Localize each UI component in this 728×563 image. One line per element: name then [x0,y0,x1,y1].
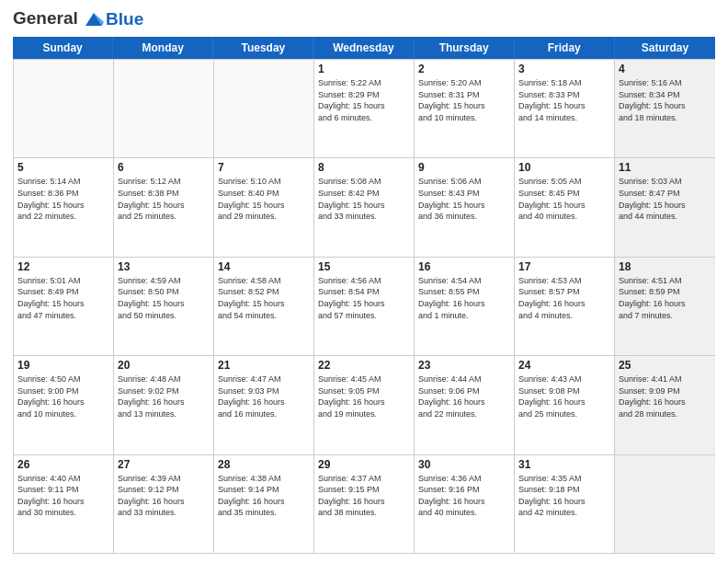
day-info: Sunrise: 4:54 AM Sunset: 8:55 PM Dayligh… [418,275,510,321]
day-info: Sunrise: 5:12 AM Sunset: 8:38 PM Dayligh… [118,176,210,222]
day-info: Sunrise: 4:36 AM Sunset: 9:16 PM Dayligh… [418,473,510,519]
cal-cell: 27Sunrise: 4:39 AM Sunset: 9:12 PM Dayli… [114,455,214,553]
day-info: Sunrise: 5:01 AM Sunset: 8:49 PM Dayligh… [17,275,109,321]
cal-cell: 26Sunrise: 4:40 AM Sunset: 9:11 PM Dayli… [14,455,114,553]
day-info: Sunrise: 4:40 AM Sunset: 9:11 PM Dayligh… [17,473,109,519]
day-info: Sunrise: 5:14 AM Sunset: 8:36 PM Dayligh… [17,176,109,222]
cal-cell: 10Sunrise: 5:05 AM Sunset: 8:45 PM Dayli… [515,158,615,256]
cal-cell: 19Sunrise: 4:50 AM Sunset: 9:00 PM Dayli… [14,356,114,454]
day-info: Sunrise: 4:39 AM Sunset: 9:12 PM Dayligh… [118,473,210,519]
cal-cell: 17Sunrise: 4:53 AM Sunset: 8:57 PM Dayli… [515,258,615,355]
cal-cell: 2Sunrise: 5:20 AM Sunset: 8:31 PM Daylig… [415,60,515,157]
week-row-2: 5Sunrise: 5:14 AM Sunset: 8:36 PM Daylig… [14,158,715,257]
day-number: 13 [118,260,210,273]
day-number: 28 [218,458,310,471]
cal-cell: 11Sunrise: 5:03 AM Sunset: 8:47 PM Dayli… [615,158,715,256]
cal-cell: 14Sunrise: 4:58 AM Sunset: 8:52 PM Dayli… [214,258,314,355]
day-info: Sunrise: 4:41 AM Sunset: 9:09 PM Dayligh… [619,373,711,419]
cal-cell: 8Sunrise: 5:08 AM Sunset: 8:42 PM Daylig… [314,158,415,256]
day-number: 2 [418,63,510,75]
day-info: Sunrise: 4:37 AM Sunset: 9:15 PM Dayligh… [318,473,410,519]
calendar-header: SundayMondayTuesdayWednesdayThursdayFrid… [13,37,715,59]
week-row-4: 19Sunrise: 4:50 AM Sunset: 9:00 PM Dayli… [14,356,715,454]
day-number: 26 [17,458,109,471]
day-number: 3 [518,63,610,75]
day-info: Sunrise: 5:03 AM Sunset: 8:47 PM Dayligh… [619,176,711,222]
header: General Blue [13,9,715,29]
day-number: 8 [318,161,410,174]
day-info: Sunrise: 4:48 AM Sunset: 9:02 PM Dayligh… [118,373,210,419]
day-number: 20 [118,359,210,372]
day-number: 7 [218,161,310,174]
day-number: 12 [17,260,109,273]
day-info: Sunrise: 4:53 AM Sunset: 8:57 PM Dayligh… [518,275,610,321]
day-number: 11 [619,161,711,174]
day-info: Sunrise: 4:38 AM Sunset: 9:14 PM Dayligh… [218,473,310,519]
header-day-thursday: Thursday [415,37,515,59]
cal-cell: 21Sunrise: 4:47 AM Sunset: 9:03 PM Dayli… [214,356,314,454]
cal-cell [615,455,715,553]
cal-cell [14,60,114,157]
cal-cell: 9Sunrise: 5:06 AM Sunset: 8:43 PM Daylig… [415,158,515,256]
day-info: Sunrise: 4:44 AM Sunset: 9:06 PM Dayligh… [418,373,510,419]
day-number: 23 [418,359,510,372]
cal-cell [114,60,214,157]
day-info: Sunrise: 4:58 AM Sunset: 8:52 PM Dayligh… [218,275,310,321]
page: General Blue SundayMondayTuesdayWednesda… [0,0,728,563]
cal-cell: 20Sunrise: 4:48 AM Sunset: 9:02 PM Dayli… [114,356,214,454]
calendar-body: 1Sunrise: 5:22 AM Sunset: 8:29 PM Daylig… [13,59,715,554]
day-number: 19 [17,359,109,372]
cal-cell: 1Sunrise: 5:22 AM Sunset: 8:29 PM Daylig… [314,60,415,157]
cal-cell: 12Sunrise: 5:01 AM Sunset: 8:49 PM Dayli… [14,258,114,355]
day-number: 29 [318,458,410,471]
day-info: Sunrise: 4:50 AM Sunset: 9:00 PM Dayligh… [17,373,109,419]
day-info: Sunrise: 4:47 AM Sunset: 9:03 PM Dayligh… [218,373,310,419]
day-number: 21 [218,359,310,372]
cal-cell [214,60,314,157]
day-info: Sunrise: 5:20 AM Sunset: 8:31 PM Dayligh… [418,77,510,123]
day-number: 4 [619,63,711,75]
day-number: 30 [418,458,510,471]
day-number: 5 [17,161,109,174]
day-info: Sunrise: 5:05 AM Sunset: 8:45 PM Dayligh… [518,176,610,222]
day-info: Sunrise: 5:10 AM Sunset: 8:40 PM Dayligh… [218,176,310,222]
cal-cell: 6Sunrise: 5:12 AM Sunset: 8:38 PM Daylig… [114,158,214,256]
week-row-1: 1Sunrise: 5:22 AM Sunset: 8:29 PM Daylig… [14,60,715,158]
cal-cell: 3Sunrise: 5:18 AM Sunset: 8:33 PM Daylig… [515,60,615,157]
cal-cell: 15Sunrise: 4:56 AM Sunset: 8:54 PM Dayli… [314,258,415,355]
cal-cell: 31Sunrise: 4:35 AM Sunset: 9:18 PM Dayli… [515,455,615,553]
day-number: 22 [318,359,410,372]
day-number: 1 [318,63,410,75]
day-number: 16 [418,260,510,273]
logo-icon [84,9,104,29]
day-number: 17 [518,260,610,273]
day-info: Sunrise: 4:59 AM Sunset: 8:50 PM Dayligh… [118,275,210,321]
day-info: Sunrise: 4:45 AM Sunset: 9:05 PM Dayligh… [318,373,410,419]
day-number: 27 [118,458,210,471]
logo-text: General Blue [13,9,143,29]
cal-cell: 23Sunrise: 4:44 AM Sunset: 9:06 PM Dayli… [415,356,515,454]
header-day-wednesday: Wednesday [313,37,414,59]
header-day-sunday: Sunday [13,37,113,59]
day-info: Sunrise: 5:16 AM Sunset: 8:34 PM Dayligh… [619,77,711,123]
day-number: 6 [118,161,210,174]
day-number: 15 [318,260,410,273]
cal-cell: 29Sunrise: 4:37 AM Sunset: 9:15 PM Dayli… [314,455,415,553]
day-number: 10 [518,161,610,174]
cal-cell: 18Sunrise: 4:51 AM Sunset: 8:59 PM Dayli… [615,258,715,355]
day-info: Sunrise: 4:43 AM Sunset: 9:08 PM Dayligh… [518,373,610,419]
day-number: 24 [518,359,610,372]
day-number: 18 [619,260,711,273]
cal-cell: 16Sunrise: 4:54 AM Sunset: 8:55 PM Dayli… [415,258,515,355]
day-info: Sunrise: 5:22 AM Sunset: 8:29 PM Dayligh… [318,77,410,123]
day-number: 31 [518,458,610,471]
day-info: Sunrise: 4:56 AM Sunset: 8:54 PM Dayligh… [318,275,410,321]
header-day-monday: Monday [113,37,213,59]
header-day-saturday: Saturday [615,37,715,59]
header-day-tuesday: Tuesday [213,37,313,59]
logo: General Blue [13,9,143,29]
cal-cell: 24Sunrise: 4:43 AM Sunset: 9:08 PM Dayli… [515,356,615,454]
day-number: 25 [619,359,711,372]
header-day-friday: Friday [515,37,615,59]
cal-cell: 4Sunrise: 5:16 AM Sunset: 8:34 PM Daylig… [615,60,715,157]
